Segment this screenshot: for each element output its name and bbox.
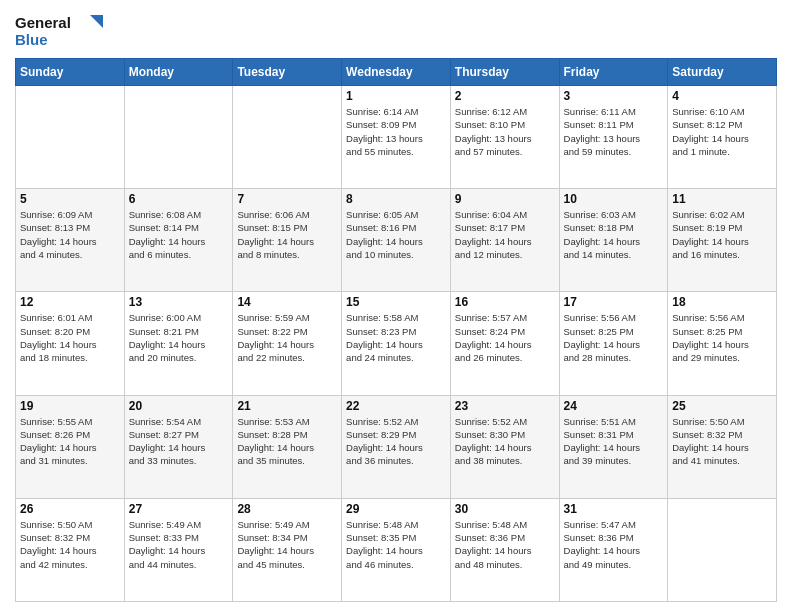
day-number: 14 bbox=[237, 295, 337, 309]
day-info-line: and 35 minutes. bbox=[237, 455, 305, 466]
day-info-line: Daylight: 14 hours bbox=[20, 442, 97, 453]
day-info-line: and 18 minutes. bbox=[20, 352, 88, 363]
day-info-line: Sunset: 8:28 PM bbox=[237, 429, 307, 440]
day-info-line: and 44 minutes. bbox=[129, 559, 197, 570]
day-info-line: Sunrise: 6:09 AM bbox=[20, 209, 92, 220]
day-number: 22 bbox=[346, 399, 446, 413]
header-wednesday: Wednesday bbox=[342, 59, 451, 86]
day-info-line: and 10 minutes. bbox=[346, 249, 414, 260]
header-sunday: Sunday bbox=[16, 59, 125, 86]
day-info: Sunrise: 6:14 AMSunset: 8:09 PMDaylight:… bbox=[346, 105, 446, 158]
day-info-line: Sunset: 8:22 PM bbox=[237, 326, 307, 337]
day-info-line: Daylight: 14 hours bbox=[672, 442, 749, 453]
day-info-line: Sunrise: 5:58 AM bbox=[346, 312, 418, 323]
day-info-line: Sunrise: 6:00 AM bbox=[129, 312, 201, 323]
day-info: Sunrise: 5:50 AMSunset: 8:32 PMDaylight:… bbox=[672, 415, 772, 468]
day-info-line: Sunset: 8:16 PM bbox=[346, 222, 416, 233]
day-number: 31 bbox=[564, 502, 664, 516]
day-cell: 27Sunrise: 5:49 AMSunset: 8:33 PMDayligh… bbox=[124, 498, 233, 601]
day-info-line: Sunrise: 5:48 AM bbox=[346, 519, 418, 530]
day-cell bbox=[233, 86, 342, 189]
day-info-line: and 20 minutes. bbox=[129, 352, 197, 363]
day-info: Sunrise: 5:51 AMSunset: 8:31 PMDaylight:… bbox=[564, 415, 664, 468]
day-number: 21 bbox=[237, 399, 337, 413]
day-info: Sunrise: 6:06 AMSunset: 8:15 PMDaylight:… bbox=[237, 208, 337, 261]
svg-text:General: General bbox=[15, 14, 71, 31]
day-cell: 18Sunrise: 5:56 AMSunset: 8:25 PMDayligh… bbox=[668, 292, 777, 395]
week-row-4: 19Sunrise: 5:55 AMSunset: 8:26 PMDayligh… bbox=[16, 395, 777, 498]
day-info-line: Daylight: 14 hours bbox=[564, 545, 641, 556]
day-info-line: Daylight: 14 hours bbox=[129, 442, 206, 453]
day-info-line: and 16 minutes. bbox=[672, 249, 740, 260]
day-info-line: Sunset: 8:36 PM bbox=[455, 532, 525, 543]
day-number: 27 bbox=[129, 502, 229, 516]
day-info: Sunrise: 6:12 AMSunset: 8:10 PMDaylight:… bbox=[455, 105, 555, 158]
day-info-line: Daylight: 14 hours bbox=[20, 339, 97, 350]
day-info: Sunrise: 6:03 AMSunset: 8:18 PMDaylight:… bbox=[564, 208, 664, 261]
week-row-2: 5Sunrise: 6:09 AMSunset: 8:13 PMDaylight… bbox=[16, 189, 777, 292]
day-info: Sunrise: 6:04 AMSunset: 8:17 PMDaylight:… bbox=[455, 208, 555, 261]
day-number: 7 bbox=[237, 192, 337, 206]
day-cell: 3Sunrise: 6:11 AMSunset: 8:11 PMDaylight… bbox=[559, 86, 668, 189]
day-info-line: and 28 minutes. bbox=[564, 352, 632, 363]
day-info: Sunrise: 6:10 AMSunset: 8:12 PMDaylight:… bbox=[672, 105, 772, 158]
day-info-line: Sunset: 8:09 PM bbox=[346, 119, 416, 130]
day-info-line: Sunrise: 5:53 AM bbox=[237, 416, 309, 427]
day-cell: 20Sunrise: 5:54 AMSunset: 8:27 PMDayligh… bbox=[124, 395, 233, 498]
day-info-line: Sunset: 8:11 PM bbox=[564, 119, 634, 130]
day-info: Sunrise: 5:48 AMSunset: 8:35 PMDaylight:… bbox=[346, 518, 446, 571]
day-number: 16 bbox=[455, 295, 555, 309]
day-info-line: Daylight: 14 hours bbox=[564, 236, 641, 247]
day-info-line: Sunset: 8:34 PM bbox=[237, 532, 307, 543]
header-tuesday: Tuesday bbox=[233, 59, 342, 86]
day-info: Sunrise: 6:08 AMSunset: 8:14 PMDaylight:… bbox=[129, 208, 229, 261]
day-info-line: Sunrise: 5:50 AM bbox=[672, 416, 744, 427]
day-number: 4 bbox=[672, 89, 772, 103]
day-info: Sunrise: 5:56 AMSunset: 8:25 PMDaylight:… bbox=[672, 311, 772, 364]
day-info-line: Daylight: 13 hours bbox=[564, 133, 641, 144]
day-info-line: Sunset: 8:19 PM bbox=[672, 222, 742, 233]
day-info-line: Sunrise: 6:08 AM bbox=[129, 209, 201, 220]
day-cell: 6Sunrise: 6:08 AMSunset: 8:14 PMDaylight… bbox=[124, 189, 233, 292]
day-info-line: Sunset: 8:13 PM bbox=[20, 222, 90, 233]
day-info-line: Sunrise: 6:04 AM bbox=[455, 209, 527, 220]
day-info: Sunrise: 6:02 AMSunset: 8:19 PMDaylight:… bbox=[672, 208, 772, 261]
day-cell: 10Sunrise: 6:03 AMSunset: 8:18 PMDayligh… bbox=[559, 189, 668, 292]
day-number: 19 bbox=[20, 399, 120, 413]
day-info: Sunrise: 5:49 AMSunset: 8:34 PMDaylight:… bbox=[237, 518, 337, 571]
day-info-line: Sunrise: 6:01 AM bbox=[20, 312, 92, 323]
day-info-line: Daylight: 14 hours bbox=[346, 339, 423, 350]
day-number: 17 bbox=[564, 295, 664, 309]
day-number: 15 bbox=[346, 295, 446, 309]
day-number: 26 bbox=[20, 502, 120, 516]
day-info-line: Sunrise: 6:14 AM bbox=[346, 106, 418, 117]
day-info-line: Sunrise: 6:05 AM bbox=[346, 209, 418, 220]
day-info: Sunrise: 5:48 AMSunset: 8:36 PMDaylight:… bbox=[455, 518, 555, 571]
day-info-line: Sunset: 8:36 PM bbox=[564, 532, 634, 543]
day-info-line: and 4 minutes. bbox=[20, 249, 82, 260]
day-number: 30 bbox=[455, 502, 555, 516]
logo-svg: General Blue bbox=[15, 10, 105, 50]
day-cell: 4Sunrise: 6:10 AMSunset: 8:12 PMDaylight… bbox=[668, 86, 777, 189]
day-info-line: Sunset: 8:31 PM bbox=[564, 429, 634, 440]
day-info-line: Daylight: 14 hours bbox=[672, 236, 749, 247]
svg-marker-2 bbox=[90, 15, 103, 28]
day-info-line: and 41 minutes. bbox=[672, 455, 740, 466]
day-info-line: and 36 minutes. bbox=[346, 455, 414, 466]
day-cell: 31Sunrise: 5:47 AMSunset: 8:36 PMDayligh… bbox=[559, 498, 668, 601]
day-cell bbox=[16, 86, 125, 189]
day-info-line: Sunset: 8:30 PM bbox=[455, 429, 525, 440]
day-info-line: Sunset: 8:21 PM bbox=[129, 326, 199, 337]
day-info-line: Sunset: 8:14 PM bbox=[129, 222, 199, 233]
day-number: 23 bbox=[455, 399, 555, 413]
header-row: SundayMondayTuesdayWednesdayThursdayFrid… bbox=[16, 59, 777, 86]
day-info-line: and 29 minutes. bbox=[672, 352, 740, 363]
day-info-line: Sunset: 8:32 PM bbox=[672, 429, 742, 440]
day-info-line: and 42 minutes. bbox=[20, 559, 88, 570]
day-info-line: Daylight: 14 hours bbox=[20, 545, 97, 556]
day-cell: 29Sunrise: 5:48 AMSunset: 8:35 PMDayligh… bbox=[342, 498, 451, 601]
day-cell: 5Sunrise: 6:09 AMSunset: 8:13 PMDaylight… bbox=[16, 189, 125, 292]
day-info-line: and 59 minutes. bbox=[564, 146, 632, 157]
day-info: Sunrise: 5:49 AMSunset: 8:33 PMDaylight:… bbox=[129, 518, 229, 571]
day-number: 28 bbox=[237, 502, 337, 516]
